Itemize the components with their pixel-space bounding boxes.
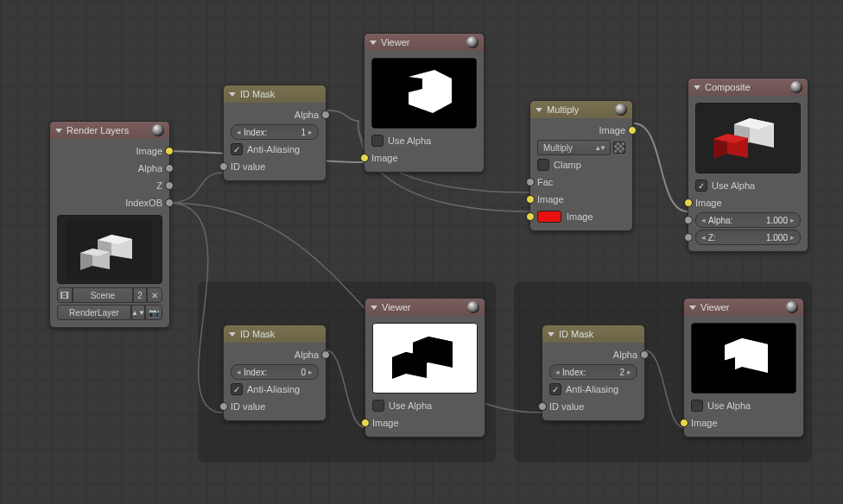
- collapse-icon[interactable]: [370, 41, 377, 45]
- node-viewer-left[interactable]: Viewer Use Alpha Image: [364, 298, 485, 438]
- index-field[interactable]: ◂Index:0▸: [231, 364, 319, 380]
- viewer-preview: [372, 323, 478, 394]
- collapse-icon[interactable]: [689, 306, 696, 310]
- collapse-icon[interactable]: [371, 306, 377, 310]
- scene-browse-icon[interactable]: 🎞: [57, 287, 73, 303]
- collapse-icon[interactable]: [229, 92, 236, 97]
- viewer-preview: [691, 323, 796, 394]
- anti-alias-checkbox[interactable]: ✓: [549, 383, 561, 395]
- socket-z[interactable]: [684, 233, 693, 242]
- node-header[interactable]: Multiply: [530, 101, 632, 118]
- output-alpha: Alpha: [224, 106, 326, 123]
- node-id-mask-2[interactable]: ID Mask Alpha ◂Index:2▸ ✓Anti-Aliasing I…: [542, 324, 645, 421]
- socket-alpha[interactable]: [684, 216, 693, 224]
- socket-indexob[interactable]: [165, 198, 174, 207]
- use-alpha-checkbox[interactable]: ✓: [695, 180, 707, 192]
- node-viewer-right[interactable]: Viewer Use Alpha Image: [683, 298, 804, 438]
- anti-alias-checkbox[interactable]: ✓: [231, 143, 243, 155]
- anti-alias-label: Anti-Aliasing: [247, 384, 300, 394]
- socket-image-out[interactable]: [628, 126, 637, 135]
- blend-mode-dropdown[interactable]: Multiply▲▼: [537, 140, 611, 155]
- socket-fac[interactable]: [526, 178, 535, 186]
- anti-alias-label: Anti-Aliasing: [247, 144, 300, 154]
- collapse-icon[interactable]: [536, 108, 542, 112]
- preview-sphere-icon: [615, 104, 627, 116]
- socket-id[interactable]: [219, 162, 228, 171]
- node-header[interactable]: Viewer: [684, 299, 803, 316]
- index-field[interactable]: ◂Index:2▸: [549, 364, 637, 380]
- input-id-value: ID value: [542, 398, 644, 415]
- node-header[interactable]: Composite: [688, 79, 808, 96]
- collapse-icon[interactable]: [229, 332, 236, 337]
- node-header[interactable]: Render Layers: [50, 122, 169, 139]
- input-image: Image: [365, 414, 485, 432]
- socket-alpha[interactable]: [640, 350, 649, 359]
- node-viewer-top[interactable]: Viewer Use Alpha Image: [364, 33, 485, 173]
- node-title: Multiply: [547, 104, 579, 115]
- layer-menu-icon[interactable]: ▲▼: [131, 305, 145, 320]
- render-preview: [57, 215, 162, 284]
- socket-alpha[interactable]: [165, 164, 174, 173]
- collapse-icon[interactable]: [694, 85, 700, 90]
- scene-clear-icon[interactable]: ✕: [147, 287, 162, 303]
- socket-id[interactable]: [538, 402, 547, 411]
- socket-z[interactable]: [165, 181, 174, 190]
- node-composite[interactable]: Composite ✓Use Alpha Image ◂Alpha:1.000▸…: [688, 78, 808, 252]
- socket-image2[interactable]: [526, 212, 535, 221]
- collapse-icon[interactable]: [548, 332, 555, 337]
- node-header[interactable]: ID Mask: [542, 325, 644, 343]
- composite-preview: [695, 103, 801, 173]
- collapse-icon[interactable]: [55, 129, 62, 133]
- use-alpha-label: Use Alpha: [389, 400, 432, 411]
- output-image: Image: [50, 142, 169, 160]
- node-title: Composite: [705, 82, 751, 92]
- alpha-field[interactable]: ◂Alpha:1.000▸: [695, 212, 801, 228]
- node-header[interactable]: ID Mask: [224, 85, 326, 103]
- socket-alpha[interactable]: [321, 350, 330, 359]
- layer-selector[interactable]: RenderLayer ▲▼ 📷: [57, 305, 162, 320]
- socket-image[interactable]: [680, 419, 688, 427]
- node-header[interactable]: Viewer: [365, 299, 485, 316]
- output-alpha: Alpha: [224, 346, 326, 363]
- node-header[interactable]: ID Mask: [224, 325, 326, 343]
- node-title: ID Mask: [240, 329, 275, 339]
- node-title: ID Mask: [559, 329, 593, 339]
- node-id-mask-0[interactable]: ID Mask Alpha ◂Index:0▸ ✓Anti-Aliasing I…: [223, 324, 326, 421]
- use-alpha-checkbox[interactable]: [371, 135, 383, 147]
- input-image: Image: [364, 149, 484, 167]
- socket-image[interactable]: [684, 198, 693, 207]
- scene-users[interactable]: 2: [133, 287, 147, 303]
- z-field[interactable]: ◂Z:1.000▸: [695, 230, 801, 245]
- node-title: Render Layers: [67, 125, 129, 135]
- layer-render-icon[interactable]: 📷: [145, 305, 162, 320]
- color-swatch[interactable]: [537, 211, 561, 223]
- socket-id[interactable]: [219, 402, 228, 411]
- socket-image[interactable]: [361, 419, 370, 427]
- color-picker-icon[interactable]: [613, 142, 625, 154]
- socket-image1[interactable]: [526, 195, 535, 204]
- anti-alias-label: Anti-Aliasing: [566, 384, 618, 394]
- node-multiply[interactable]: Multiply Image Multiply▲▼ Clamp Fac Imag…: [529, 100, 633, 231]
- scene-selector[interactable]: 🎞 Scene 2 ✕: [57, 287, 162, 303]
- anti-alias-checkbox[interactable]: ✓: [231, 383, 243, 395]
- preview-sphere-icon: [467, 301, 479, 313]
- socket-alpha[interactable]: [321, 110, 330, 119]
- use-alpha-label: Use Alpha: [388, 135, 431, 146]
- index-field[interactable]: ◂Index:1▸: [231, 124, 319, 140]
- node-render-layers[interactable]: Render Layers Image Alpha Z IndexOB 🎞 Sc…: [49, 121, 170, 328]
- preview-sphere-icon: [786, 301, 798, 313]
- socket-image[interactable]: [360, 154, 369, 162]
- layer-name[interactable]: RenderLayer: [57, 305, 131, 320]
- scene-name[interactable]: Scene: [73, 287, 133, 303]
- output-indexob: IndexOB: [50, 194, 169, 211]
- use-alpha-checkbox[interactable]: [372, 400, 384, 412]
- input-image: Image: [684, 414, 803, 432]
- socket-image[interactable]: [165, 147, 174, 155]
- output-image: Image: [530, 122, 632, 139]
- node-id-mask-1[interactable]: ID Mask Alpha ◂Index:1▸ ✓Anti-Aliasing I…: [223, 85, 326, 181]
- node-header[interactable]: Viewer: [364, 34, 484, 51]
- preview-sphere-icon: [152, 124, 164, 136]
- use-alpha-label: Use Alpha: [707, 400, 751, 411]
- use-alpha-checkbox[interactable]: [691, 400, 703, 412]
- clamp-checkbox[interactable]: [537, 159, 549, 171]
